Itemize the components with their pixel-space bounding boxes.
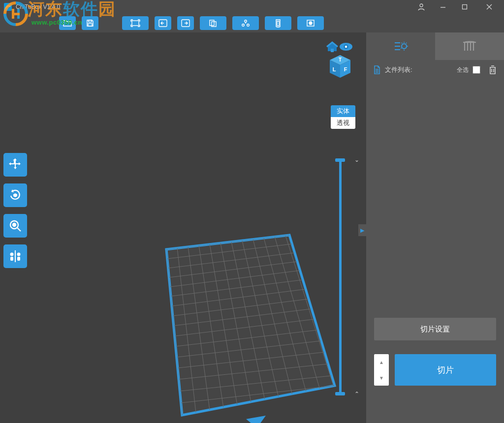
svg-point-17 <box>309 22 312 25</box>
svg-point-0 <box>420 4 423 7</box>
svg-rect-2 <box>463 5 467 9</box>
slice-spinner: ▲ ▼ <box>374 354 389 386</box>
export-button[interactable] <box>177 16 194 30</box>
file-list-body <box>366 80 504 286</box>
eye-view-button[interactable] <box>339 41 353 52</box>
mirror-tool[interactable] <box>3 244 27 268</box>
svg-rect-6 <box>89 20 92 22</box>
svg-text:T: T <box>339 57 342 62</box>
slice-button[interactable]: 切片 <box>395 354 496 386</box>
view-cube-area: T L F <box>326 41 353 80</box>
move-tool[interactable] <box>3 153 27 177</box>
svg-point-27 <box>345 46 347 48</box>
layer-slider-bottom-handle[interactable] <box>335 392 345 395</box>
main-area: T L F 实体 透视 ⌄ ⌃ <box>0 32 504 423</box>
minimize-button[interactable] <box>435 2 451 12</box>
svg-rect-20 <box>15 250 16 262</box>
delete-button[interactable] <box>488 65 497 75</box>
rotate-tool[interactable] <box>3 183 27 207</box>
home-view-button[interactable] <box>326 41 339 52</box>
user-icon[interactable] <box>413 2 429 12</box>
maximize-button[interactable] <box>457 2 472 12</box>
layer-slider[interactable]: ⌄ ⌃ <box>336 156 350 397</box>
svg-rect-8 <box>132 21 139 26</box>
close-button[interactable] <box>478 2 500 12</box>
viewport-3d[interactable]: T L F 实体 透视 ⌄ ⌃ <box>0 32 366 423</box>
svg-text:F: F <box>344 66 347 72</box>
copy-button[interactable] <box>200 16 226 30</box>
svg-point-21 <box>10 253 14 256</box>
window-controls <box>413 2 500 12</box>
file-list-label: 文件列表: <box>385 65 412 74</box>
layer-slider-track <box>339 160 342 393</box>
dig-hole-button[interactable] <box>297 16 324 30</box>
file-list-icon <box>373 65 381 74</box>
layer-slider-top-handle[interactable] <box>335 158 345 162</box>
right-panel: ▶ 文件列表: 全选 切片设置 ▲ ▼ 切片 <box>366 32 504 423</box>
build-plate <box>0 32 366 423</box>
svg-rect-7 <box>88 24 92 26</box>
view-mode-perspective[interactable]: 透视 <box>331 117 355 129</box>
main-toolbar <box>0 14 504 32</box>
tab-settings[interactable] <box>366 32 435 60</box>
svg-rect-24 <box>17 257 20 261</box>
auto-layout-button[interactable] <box>232 16 259 30</box>
spinner-down[interactable]: ▼ <box>374 370 389 386</box>
spinner-up[interactable]: ▲ <box>374 354 389 370</box>
open-folder-button[interactable] <box>59 16 76 30</box>
title-bar: ChiTuBox V1.4.0 <box>0 0 504 14</box>
select-all-label: 全选 <box>457 66 469 74</box>
layer-slider-down[interactable]: ⌃ <box>354 391 359 397</box>
svg-point-19 <box>13 223 16 226</box>
transform-toolbar <box>3 153 27 268</box>
file-list-header: 文件列表: 全选 <box>366 60 504 80</box>
app-title: ChiTuBox V1.4.0 <box>16 3 413 10</box>
screenshot-button[interactable] <box>122 16 149 30</box>
import-button[interactable] <box>155 16 171 30</box>
svg-point-62 <box>402 44 407 49</box>
panel-collapse-button[interactable]: ▶ <box>358 224 366 236</box>
app-icon <box>4 3 12 11</box>
tab-supports[interactable] <box>435 32 504 60</box>
orientation-cube[interactable]: T L F <box>327 53 353 80</box>
hollow-button[interactable] <box>265 16 291 30</box>
svg-text:L: L <box>333 66 336 72</box>
svg-point-13 <box>245 20 247 22</box>
layer-slider-up[interactable]: ⌄ <box>354 156 359 163</box>
view-mode-solid[interactable]: 实体 <box>331 105 355 117</box>
panel-tabs <box>366 32 504 60</box>
save-button[interactable] <box>82 16 98 30</box>
scale-tool[interactable] <box>3 214 27 238</box>
svg-rect-23 <box>10 257 13 261</box>
svg-point-22 <box>17 253 21 256</box>
slice-settings-button[interactable]: 切片设置 <box>374 318 496 340</box>
select-all-checkbox[interactable] <box>472 66 480 74</box>
view-mode-toggle: 实体 透视 <box>331 105 355 129</box>
